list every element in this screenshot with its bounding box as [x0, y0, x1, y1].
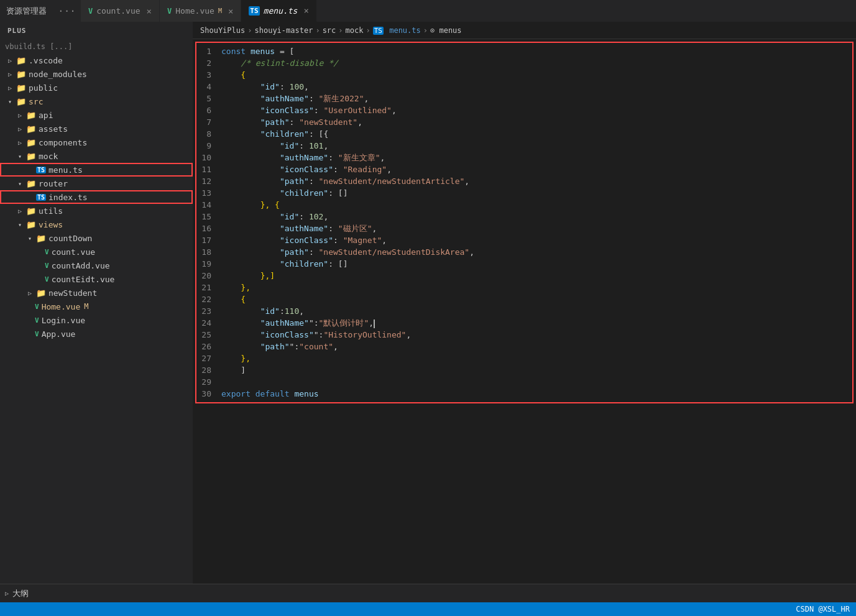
code-line[interactable]: 21 }, — [196, 282, 852, 293]
line-content[interactable]: "authName": "磁片区", — [221, 223, 852, 234]
code-line[interactable]: 11 "iconClass": "Reading", — [196, 163, 852, 175]
sidebar-item-count-vue[interactable]: Vcount.vue — [0, 245, 193, 259]
sidebar-item-index-ts[interactable]: TSindex.ts — [0, 190, 193, 204]
code-line[interactable]: 15 "id": 102, — [196, 211, 852, 223]
code-line[interactable]: 10 "authName": "新生文章", — [196, 152, 852, 163]
code-line[interactable]: 13 "children": [] — [196, 187, 852, 199]
sidebar-item-vscode[interactable]: ▷📁.vscode — [0, 53, 193, 67]
line-content[interactable]: /* eslint-disable */ — [221, 57, 852, 69]
code-line[interactable]: 3 { — [196, 69, 852, 81]
code-line[interactable]: 28 ] — [196, 364, 852, 376]
code-line[interactable]: 5 "authName": "新生2022", — [196, 93, 852, 104]
line-content[interactable]: "id": 100, — [221, 81, 852, 93]
code-line[interactable]: 26 "path"":"count", — [196, 341, 852, 352]
code-line[interactable]: 17 "iconClass": "Magnet", — [196, 234, 852, 246]
sidebar-item-countadd-vue[interactable]: VcountAdd.vue — [0, 259, 193, 272]
sidebar-item-api[interactable]: ▷📁api — [0, 108, 193, 122]
line-content[interactable]: "path": "newStudent", — [221, 116, 852, 128]
code-line[interactable]: 8 "children": [{ — [196, 128, 852, 140]
line-content[interactable]: const menus = [ — [221, 45, 852, 57]
sidebar-item-newstudent[interactable]: ▷📁newStudent — [0, 286, 193, 300]
line-content[interactable]: "path"":"count", — [221, 341, 852, 352]
line-content[interactable]: "id": 102, — [221, 211, 852, 223]
line-content[interactable]: "id": 101, — [221, 140, 852, 152]
code-line[interactable]: 7 "path": "newStudent", — [196, 116, 852, 128]
code-line[interactable]: 22 { — [196, 293, 852, 305]
line-content[interactable]: export default menus — [221, 388, 852, 400]
code-line[interactable]: 18 "path": "newStudent/newStudentDiskAre… — [196, 246, 852, 258]
line-content[interactable]: "children": [{ — [221, 128, 852, 140]
code-line[interactable]: 14 }, { — [196, 199, 852, 211]
tab-home-vue[interactable]: VHome.vueM× — [160, 0, 241, 22]
line-content[interactable]: "iconClass": "UserOutlined", — [221, 104, 852, 116]
sidebar-item-assets[interactable]: ▷📁assets — [0, 122, 193, 136]
code-line[interactable]: 24 "authName"":"默认倒计时", — [196, 317, 852, 329]
breadcrumb-part-1[interactable]: shouyi-master — [254, 26, 313, 35]
line-content[interactable]: ] — [221, 364, 852, 376]
code-line[interactable]: 12 "path": "newStudent/newStudentArticle… — [196, 175, 852, 187]
breadcrumb-part-3[interactable]: mock — [346, 26, 364, 35]
sidebar-item-mock[interactable]: ▾📁mock — [0, 149, 193, 163]
tab-count-vue[interactable]: Vcount.vue× — [81, 0, 160, 22]
line-content[interactable]: }, — [221, 282, 852, 293]
code-line[interactable]: 4 "id": 100, — [196, 81, 852, 93]
code-editor[interactable]: 1const menus = [2 /* eslint-disable */3 … — [193, 39, 856, 584]
ts-icon: TS — [249, 6, 259, 16]
code-line[interactable]: 25 "iconClass"":"HistoryOutlined", — [196, 329, 852, 341]
code-line[interactable]: 27 }, — [196, 352, 852, 364]
sidebar-item-node_modules[interactable]: ▷📁node_modules — [0, 67, 193, 81]
sidebar-item-src[interactable]: ▾📁src — [0, 94, 193, 108]
sidebar-item-home-vue[interactable]: VHome.vueM — [0, 300, 193, 313]
line-content[interactable]: "iconClass": "Magnet", — [221, 234, 852, 246]
code-line[interactable]: 30export default menus — [196, 388, 852, 400]
code-line[interactable]: 20 },] — [196, 270, 852, 282]
line-content[interactable]: }, { — [221, 199, 852, 211]
code-line[interactable]: 9 "id": 101, — [196, 140, 852, 152]
line-content[interactable]: "iconClass": "Reading", — [221, 163, 852, 175]
line-content[interactable]: "children": [] — [221, 187, 852, 199]
sidebar-item-hidden[interactable]: vbuild.ts [...] — [0, 40, 193, 53]
sidebar-item-app-vue[interactable]: VApp.vue — [0, 327, 193, 341]
line-content[interactable]: "authName": "新生2022", — [221, 93, 852, 104]
tab-close-button[interactable]: × — [228, 7, 233, 16]
sidebar-item-views[interactable]: ▾📁views — [0, 218, 193, 231]
sidebar-item-countdown[interactable]: ▾📁countDown — [0, 231, 193, 245]
line-content[interactable]: "id":110, — [221, 305, 852, 317]
op-token — [221, 177, 280, 186]
line-content[interactable]: },] — [221, 270, 852, 282]
sidebar-item-utils[interactable]: ▷📁utils — [0, 204, 193, 218]
line-content[interactable]: }, — [221, 352, 852, 364]
tab-menu-ts[interactable]: TSmenu.ts× — [241, 0, 316, 22]
line-content[interactable]: "children": [] — [221, 258, 852, 270]
more-options-button[interactable]: ··· — [58, 5, 76, 17]
code-line[interactable]: 19 "children": [] — [196, 258, 852, 270]
breadcrumb-part-2[interactable]: src — [323, 26, 336, 35]
tab-close-button[interactable]: × — [303, 6, 308, 15]
sidebar-item-public[interactable]: ▷📁public — [0, 81, 193, 94]
line-content[interactable]: { — [221, 69, 852, 81]
breadcrumb-part-0[interactable]: ShouYiPlus — [200, 26, 245, 35]
code-line[interactable]: 29 — [196, 376, 852, 388]
code-line[interactable]: 1const menus = [ — [196, 45, 852, 57]
op-token: : — [333, 165, 343, 174]
tab-close-button[interactable]: × — [147, 7, 152, 16]
code-line[interactable]: 6 "iconClass": "UserOutlined", — [196, 104, 852, 116]
sidebar-item-router[interactable]: ▾📁router — [0, 177, 193, 190]
sidebar-item-login-vue[interactable]: VLogin.vue — [0, 313, 193, 327]
line-content[interactable]: "iconClass"":"HistoryOutlined", — [221, 329, 852, 341]
code-line[interactable]: 2 /* eslint-disable */ — [196, 57, 852, 69]
code-line[interactable]: 23 "id":110, — [196, 305, 852, 317]
line-content[interactable]: "path": "newStudent/newStudentDiskArea", — [221, 246, 852, 258]
sidebar-item-menu-ts[interactable]: TSmenu.ts→ — [0, 163, 193, 177]
line-content[interactable]: "path": "newStudent/newStudentArticle", — [221, 175, 852, 187]
outline-section[interactable]: ▷ 大纲 — [0, 584, 856, 602]
breadcrumb-part-5[interactable]: ⊙ menus — [430, 26, 462, 35]
line-content[interactable]: { — [221, 293, 852, 305]
breadcrumb-part-4[interactable]: TS menu.ts — [373, 26, 421, 35]
line-content[interactable]: "authName": "新生文章", — [221, 152, 852, 163]
line-content[interactable]: "authName"":"默认倒计时", — [221, 317, 852, 329]
sidebar-item-countedit-vue[interactable]: VcountEidt.vue — [0, 272, 193, 286]
code-line[interactable]: 16 "authName": "磁片区", — [196, 223, 852, 234]
modified-indicator: M — [218, 7, 222, 14]
sidebar-item-components[interactable]: ▷📁components — [0, 136, 193, 149]
